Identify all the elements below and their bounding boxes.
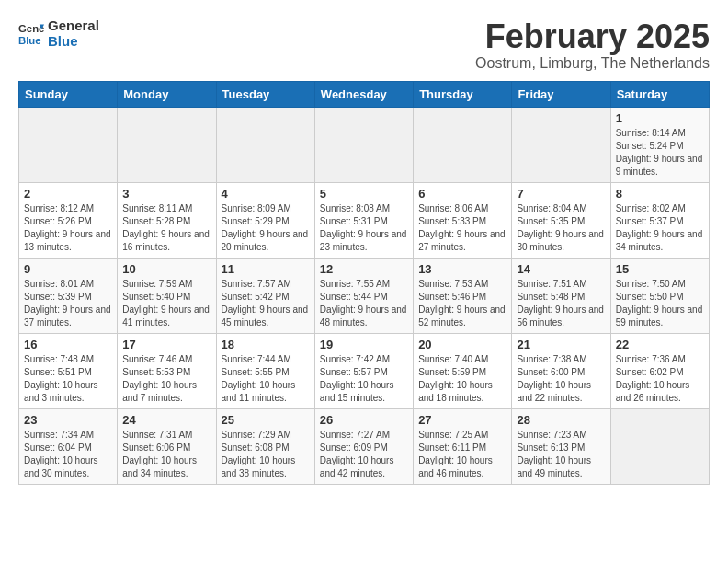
day-number: 2 [24, 187, 112, 201]
day-info: Sunrise: 7:38 AM Sunset: 6:00 PM Dayligh… [517, 353, 605, 405]
day-number: 4 [222, 187, 310, 201]
calendar-cell: 12Sunrise: 7:55 AM Sunset: 5:44 PM Dayli… [314, 258, 413, 333]
day-number: 21 [517, 338, 605, 351]
calendar-cell: 19Sunrise: 7:42 AM Sunset: 5:57 PM Dayli… [314, 333, 413, 408]
day-number: 28 [517, 413, 605, 427]
calendar-cell: 22Sunrise: 7:36 AM Sunset: 6:02 PM Dayli… [610, 333, 709, 408]
day-number: 12 [320, 262, 408, 276]
calendar-cell [19, 107, 118, 182]
day-info: Sunrise: 8:04 AM Sunset: 5:35 PM Dayligh… [517, 202, 605, 254]
day-info: Sunrise: 7:57 AM Sunset: 5:42 PM Dayligh… [222, 278, 310, 329]
day-number: 16 [24, 338, 112, 351]
day-number: 13 [418, 262, 506, 276]
weekday-header-thursday: Thursday [414, 81, 512, 107]
day-info: Sunrise: 7:42 AM Sunset: 5:57 PM Dayligh… [320, 353, 408, 405]
day-number: 22 [616, 338, 704, 351]
day-number: 7 [517, 187, 605, 201]
calendar-cell: 1Sunrise: 8:14 AM Sunset: 5:24 PM Daylig… [610, 107, 709, 182]
calendar-cell: 20Sunrise: 7:40 AM Sunset: 5:59 PM Dayli… [414, 333, 512, 408]
day-info: Sunrise: 8:02 AM Sunset: 5:37 PM Dayligh… [616, 202, 704, 254]
logo-icon: General Blue [18, 21, 44, 47]
weekday-header-wednesday: Wednesday [314, 81, 413, 107]
day-number: 23 [24, 413, 112, 427]
calendar-cell: 14Sunrise: 7:51 AM Sunset: 5:48 PM Dayli… [512, 258, 610, 333]
day-number: 15 [616, 262, 704, 276]
svg-text:Blue: Blue [18, 34, 41, 45]
day-info: Sunrise: 7:29 AM Sunset: 6:08 PM Dayligh… [222, 429, 310, 480]
day-info: Sunrise: 7:31 AM Sunset: 6:06 PM Dayligh… [122, 429, 210, 480]
calendar-cell: 25Sunrise: 7:29 AM Sunset: 6:08 PM Dayli… [216, 408, 314, 484]
day-info: Sunrise: 8:14 AM Sunset: 5:24 PM Dayligh… [616, 127, 704, 178]
calendar-cell [216, 107, 314, 182]
calendar-cell [314, 107, 413, 182]
calendar-cell: 21Sunrise: 7:38 AM Sunset: 6:00 PM Dayli… [512, 333, 610, 408]
calendar-cell: 23Sunrise: 7:34 AM Sunset: 6:04 PM Dayli… [19, 408, 118, 484]
weekday-header-row: SundayMondayTuesdayWednesdayThursdayFrid… [19, 81, 710, 107]
day-number: 8 [616, 187, 704, 201]
day-info: Sunrise: 8:11 AM Sunset: 5:28 PM Dayligh… [122, 202, 210, 254]
calendar-cell: 16Sunrise: 7:48 AM Sunset: 5:51 PM Dayli… [19, 333, 118, 408]
calendar-cell: 24Sunrise: 7:31 AM Sunset: 6:06 PM Dayli… [118, 408, 216, 484]
calendar-cell: 2Sunrise: 8:12 AM Sunset: 5:26 PM Daylig… [19, 182, 118, 258]
day-number: 20 [418, 338, 506, 351]
calendar-cell: 26Sunrise: 7:27 AM Sunset: 6:09 PM Dayli… [314, 408, 413, 484]
calendar-week-row: 9Sunrise: 8:01 AM Sunset: 5:39 PM Daylig… [19, 258, 710, 333]
calendar-cell: 8Sunrise: 8:02 AM Sunset: 5:37 PM Daylig… [610, 182, 709, 258]
day-info: Sunrise: 7:59 AM Sunset: 5:40 PM Dayligh… [122, 278, 210, 329]
day-info: Sunrise: 7:40 AM Sunset: 5:59 PM Dayligh… [418, 353, 506, 405]
calendar-cell [512, 107, 610, 182]
day-info: Sunrise: 7:34 AM Sunset: 6:04 PM Dayligh… [24, 429, 112, 480]
day-number: 3 [122, 187, 210, 201]
calendar-cell: 4Sunrise: 8:09 AM Sunset: 5:29 PM Daylig… [216, 182, 314, 258]
day-info: Sunrise: 7:53 AM Sunset: 5:46 PM Dayligh… [418, 278, 506, 329]
day-number: 5 [320, 187, 408, 201]
day-number: 14 [517, 262, 605, 276]
calendar-cell: 28Sunrise: 7:23 AM Sunset: 6:13 PM Dayli… [512, 408, 610, 484]
calendar-cell: 9Sunrise: 8:01 AM Sunset: 5:39 PM Daylig… [19, 258, 118, 333]
weekday-header-friday: Friday [512, 81, 610, 107]
day-number: 9 [24, 262, 112, 276]
day-info: Sunrise: 8:08 AM Sunset: 5:31 PM Dayligh… [320, 202, 408, 254]
day-info: Sunrise: 7:25 AM Sunset: 6:11 PM Dayligh… [418, 429, 506, 480]
day-info: Sunrise: 8:09 AM Sunset: 5:29 PM Dayligh… [222, 202, 310, 254]
calendar-cell [118, 107, 216, 182]
day-info: Sunrise: 7:48 AM Sunset: 5:51 PM Dayligh… [24, 353, 112, 405]
location-subtitle: Oostrum, Limburg, The Netherlands [475, 55, 710, 72]
month-year-title: February 2025 [475, 18, 710, 55]
day-info: Sunrise: 7:27 AM Sunset: 6:09 PM Dayligh… [320, 429, 408, 480]
day-info: Sunrise: 8:12 AM Sunset: 5:26 PM Dayligh… [24, 202, 112, 254]
calendar-cell: 17Sunrise: 7:46 AM Sunset: 5:53 PM Dayli… [118, 333, 216, 408]
calendar-cell: 13Sunrise: 7:53 AM Sunset: 5:46 PM Dayli… [414, 258, 512, 333]
calendar-cell [414, 107, 512, 182]
calendar-cell: 6Sunrise: 8:06 AM Sunset: 5:33 PM Daylig… [414, 182, 512, 258]
calendar-cell [610, 408, 709, 484]
day-info: Sunrise: 8:06 AM Sunset: 5:33 PM Dayligh… [418, 202, 506, 254]
calendar-cell: 7Sunrise: 8:04 AM Sunset: 5:35 PM Daylig… [512, 182, 610, 258]
weekday-header-monday: Monday [118, 81, 216, 107]
weekday-header-saturday: Saturday [610, 81, 709, 107]
day-info: Sunrise: 7:36 AM Sunset: 6:02 PM Dayligh… [616, 353, 704, 405]
day-number: 1 [616, 111, 704, 125]
calendar-cell: 18Sunrise: 7:44 AM Sunset: 5:55 PM Dayli… [216, 333, 314, 408]
calendar-week-row: 1Sunrise: 8:14 AM Sunset: 5:24 PM Daylig… [19, 107, 710, 182]
weekday-header-tuesday: Tuesday [216, 81, 314, 107]
day-number: 25 [222, 413, 310, 427]
day-number: 17 [122, 338, 210, 351]
day-info: Sunrise: 7:23 AM Sunset: 6:13 PM Dayligh… [517, 429, 605, 480]
day-info: Sunrise: 7:44 AM Sunset: 5:55 PM Dayligh… [222, 353, 310, 405]
day-info: Sunrise: 7:46 AM Sunset: 5:53 PM Dayligh… [122, 353, 210, 405]
calendar-cell: 10Sunrise: 7:59 AM Sunset: 5:40 PM Dayli… [118, 258, 216, 333]
title-block: February 2025 Oostrum, Limburg, The Neth… [475, 18, 710, 72]
calendar-table: SundayMondayTuesdayWednesdayThursdayFrid… [18, 81, 710, 485]
page-header: General Blue General Blue February 2025 … [18, 18, 710, 72]
day-number: 24 [122, 413, 210, 427]
day-number: 26 [320, 413, 408, 427]
logo: General Blue General Blue [18, 18, 99, 49]
calendar-cell: 5Sunrise: 8:08 AM Sunset: 5:31 PM Daylig… [314, 182, 413, 258]
calendar-cell: 27Sunrise: 7:25 AM Sunset: 6:11 PM Dayli… [414, 408, 512, 484]
day-number: 27 [418, 413, 506, 427]
day-number: 10 [122, 262, 210, 276]
calendar-week-row: 16Sunrise: 7:48 AM Sunset: 5:51 PM Dayli… [19, 333, 710, 408]
logo-general: General [48, 18, 99, 34]
day-number: 6 [418, 187, 506, 201]
